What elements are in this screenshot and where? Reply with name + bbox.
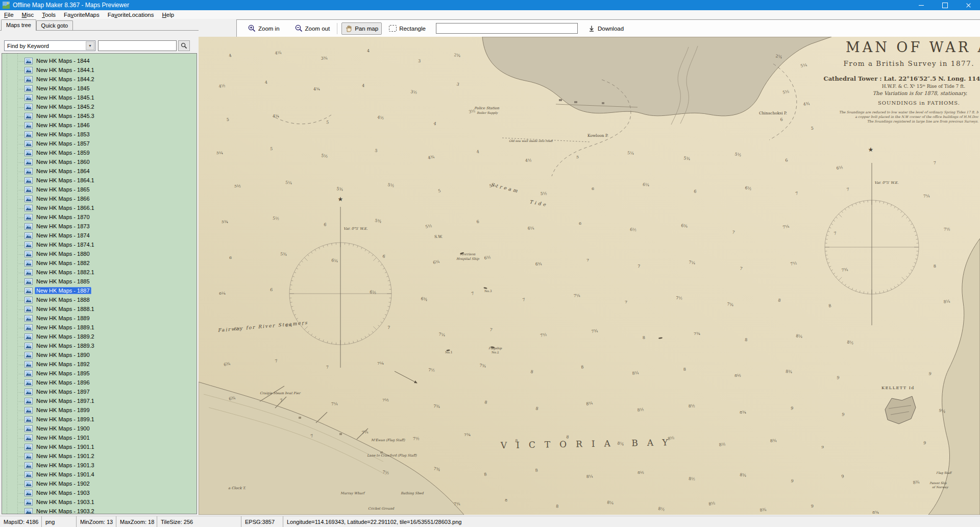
tree-item[interactable]: New HK Maps - 1846	[2, 121, 197, 130]
tab-quick-goto[interactable]: Quick goto	[36, 20, 74, 30]
tree-item[interactable]: New HK Maps - 1889	[2, 314, 197, 323]
tree-item[interactable]: New HK Maps - 1888.1	[2, 305, 197, 314]
tree-item[interactable]: New HK Maps - 1896	[2, 378, 197, 388]
map-view[interactable]: ★Var. 0°5′ W.E.★Var. 0°5′ W.E. 44¼3¾432¾…	[199, 37, 980, 515]
tree-item[interactable]: New HK Maps - 1853	[2, 130, 197, 139]
tree-item[interactable]: New HK Maps - 1845	[2, 84, 197, 93]
zoom-in-label: Zoom in	[258, 26, 280, 32]
tree-item-label: New HK Maps - 1845.2	[35, 103, 96, 110]
minimize-icon	[919, 5, 924, 6]
tree-item[interactable]: New HK Maps - 1902	[2, 480, 197, 489]
tree-item[interactable]: New HK Maps - 1889.3	[2, 342, 197, 351]
menu-tools[interactable]: Tools	[38, 11, 60, 18]
tree-item[interactable]: New HK Maps - 1890	[2, 351, 197, 360]
tree-connector	[17, 254, 24, 255]
menu-favoritemaps[interactable]: FavoriteMaps	[60, 11, 104, 18]
tree-item[interactable]: New HK Maps - 1895	[2, 369, 197, 378]
tree-item[interactable]: New HK Maps - 1903.2	[2, 507, 197, 514]
tree-item[interactable]: New HK Maps - 1845.1	[2, 93, 197, 103]
zoom-out-button[interactable]: Zoom out	[292, 22, 333, 34]
tree-item[interactable]: New HK Maps - 1874.1	[2, 241, 197, 250]
tree-item[interactable]: New HK Maps - 1873	[2, 222, 197, 231]
tree-item-label: New HK Maps - 1845.3	[35, 112, 96, 119]
tree-item[interactable]: New HK Maps - 1844.2	[2, 75, 197, 84]
tree-item[interactable]: New HK Maps - 1845.2	[2, 103, 197, 112]
tree-item[interactable]: New HK Maps - 1889.2	[2, 332, 197, 342]
map-item-icon	[24, 490, 33, 496]
tree-item-label: New HK Maps - 1896	[35, 379, 91, 386]
tree-item[interactable]: New HK Maps - 1857	[2, 139, 197, 149]
tree-item[interactable]: New HK Maps - 1899	[2, 406, 197, 415]
close-button[interactable]	[957, 0, 980, 10]
tree-item[interactable]: New HK Maps - 1845.3	[2, 112, 197, 121]
svg-text:Murray Wharf: Murray Wharf	[340, 491, 365, 495]
find-mode-select[interactable]: Find by Keyword ▼	[4, 40, 95, 51]
download-button[interactable]: Download	[585, 23, 627, 34]
tree-item[interactable]: New HK Maps - 1897	[2, 388, 197, 397]
svg-text:5: 5	[811, 126, 814, 131]
search-input[interactable]	[98, 40, 177, 51]
zoom-in-button[interactable]: Zoom in	[245, 22, 283, 34]
tab-maps-tree[interactable]: Maps tree	[1, 19, 36, 31]
tree-item[interactable]: New HK Maps - 1885	[2, 277, 197, 286]
tree-item[interactable]: New HK Maps - 1882.1	[2, 268, 197, 277]
tree-item[interactable]: New HK Maps - 1865	[2, 185, 197, 195]
tree-connector	[17, 457, 24, 457]
tree-item[interactable]: New HK Maps - 1901.2	[2, 452, 197, 461]
svg-text:6: 6	[579, 221, 581, 226]
svg-text:8¼: 8¼	[607, 500, 614, 506]
map-item-icon	[24, 425, 33, 432]
tree-connector	[17, 374, 24, 374]
tree-item[interactable]: New HK Maps - 1900	[2, 424, 197, 434]
chevron-down-icon[interactable]: ▼	[86, 41, 94, 50]
tree-item[interactable]: New HK Maps - 1866.1	[2, 204, 197, 213]
tree-item[interactable]: New HK Maps - 1889.1	[2, 323, 197, 332]
maximize-button[interactable]	[933, 0, 957, 10]
tree-item[interactable]: New HK Maps - 1859	[2, 149, 197, 158]
tree-item[interactable]: New HK Maps - 1844.1	[2, 66, 197, 75]
map-item-icon	[24, 306, 33, 313]
tree-item-label: New HK Maps - 1844.1	[35, 66, 96, 74]
menu-favoritelocations[interactable]: FavoriteLocations	[104, 11, 158, 18]
toolbar-input[interactable]	[436, 23, 578, 34]
tree-item[interactable]: New HK Maps - 1882	[2, 259, 197, 268]
menu-file[interactable]: File	[0, 11, 18, 18]
map-item-icon	[24, 435, 33, 441]
rectangle-button[interactable]: Rectangle	[386, 23, 429, 34]
tree-item[interactable]: New HK Maps - 1888	[2, 296, 197, 305]
minimize-button[interactable]	[910, 0, 933, 10]
pan-map-button[interactable]: Pan map	[341, 22, 382, 35]
svg-text:8¾: 8¾	[786, 369, 793, 374]
tree-item[interactable]: New HK Maps - 1901.4	[2, 470, 197, 480]
tree-item[interactable]: New HK Maps - 1901.1	[2, 443, 197, 452]
tree-item[interactable]: New HK Maps - 1899.1	[2, 415, 197, 424]
search-button[interactable]	[178, 40, 190, 51]
tree-item[interactable]: New HK Maps - 1903.1	[2, 498, 197, 507]
tree-item[interactable]: New HK Maps - 1874	[2, 231, 197, 241]
tree-item[interactable]: New HK Maps - 1901	[2, 434, 197, 443]
tree-item[interactable]: New HK Maps - 1887	[2, 286, 197, 296]
map-item-icon	[24, 196, 33, 202]
svg-text:5½: 5½	[234, 184, 241, 188]
tree-item[interactable]: New HK Maps - 1892	[2, 360, 197, 369]
tree-item[interactable]: New HK Maps - 1864.1	[2, 176, 197, 185]
tree-item[interactable]: New HK Maps - 1864	[2, 167, 197, 176]
menu-misc[interactable]: Misc	[18, 11, 38, 18]
tree-item[interactable]: New HK Maps - 1866	[2, 195, 197, 204]
tree-item[interactable]: New HK Maps - 1870	[2, 213, 197, 222]
map-item-icon	[24, 122, 33, 129]
tree-item[interactable]: New HK Maps - 1903	[2, 489, 197, 498]
tree-item[interactable]: New HK Maps - 1860	[2, 158, 197, 167]
rectangle-icon	[389, 25, 397, 32]
svg-text:7¼: 7¼	[331, 401, 338, 406]
tree-item[interactable]: New HK Maps - 1901.3	[2, 461, 197, 470]
download-label: Download	[598, 26, 624, 32]
tree-item-label: New HK Maps - 1845.1	[35, 94, 96, 101]
menu-help[interactable]: Help	[158, 11, 179, 18]
svg-text:KELLETT Id: KELLETT Id	[881, 386, 915, 390]
tree-item-label: New HK Maps - 1899.1	[35, 416, 96, 423]
tree-item[interactable]: New HK Maps - 1897.1	[2, 397, 197, 406]
tree-item[interactable]: New HK Maps - 1844	[2, 57, 197, 66]
tree-item[interactable]: New HK Maps - 1880	[2, 250, 197, 259]
map-item-icon	[24, 288, 33, 294]
